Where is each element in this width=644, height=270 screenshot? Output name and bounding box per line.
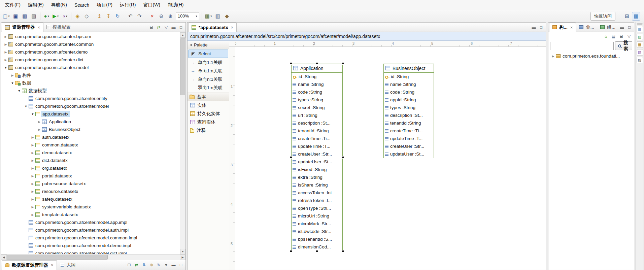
zoom-out-button[interactable]: ⊖ [157,12,166,21]
collapse-arrow-icon[interactable]: ▼ [10,81,15,85]
refresh-button[interactable]: ↻ [113,12,122,21]
menu-item-6[interactable]: 运行(R) [116,0,139,10]
scroll-left-button[interactable]: ◀ [1,255,7,260]
entity-attribute[interactable]: name :String [292,80,342,88]
tree-item[interactable]: ▶com.primeton.gocom.afcenter.demo [1,48,185,56]
tree-item[interactable]: ▶com.primeton.gocom.afcenter.bps.om [1,33,185,40]
tree-item[interactable]: ▶systemvariable.datasetx [1,203,185,211]
save-button[interactable]: ▣ [11,12,20,21]
close-icon[interactable]: × [38,25,40,30]
palette-tool[interactable]: →单向1:n关联 [188,67,229,75]
minimized-view-1-button[interactable]: ▥ [637,26,643,32]
minimize-button[interactable]: ▬ [530,24,537,31]
tree-item[interactable]: ▼com.primeton.gocom.afcenter.model [1,102,185,110]
collapse-all-button[interactable]: ⊟ [618,33,625,40]
menu-item-5[interactable]: 项目(P) [93,0,116,10]
entity-attribute[interactable]: description :St... [384,111,434,119]
tree-item[interactable]: ▶BusinessObject [1,126,185,133]
palette-collapse-icon[interactable]: ◀ [190,43,192,46]
minimized-view-3-button[interactable]: ▦ [637,41,643,48]
entity-attribute[interactable]: appId :String [384,96,434,104]
expand-arrow-icon[interactable]: ▶ [30,213,35,216]
collapse-arrow-icon[interactable]: ▼ [3,66,8,69]
tree-item[interactable]: ▶Application [1,118,185,126]
tree-item[interactable]: com.primeton.gocom.afcenter.model.dict.i… [1,249,185,254]
expand-arrow-icon[interactable]: ▶ [30,182,35,185]
entity-attribute[interactable]: isFixed :String [292,166,342,173]
modeling-perspective-button[interactable]: ▦ [632,12,640,21]
entity-attribute[interactable]: isLowcode :Str... [292,228,342,235]
entity-attribute[interactable]: code :String [384,88,434,96]
tree-item[interactable]: ▶org.datasetx [1,164,185,172]
minimize-button[interactable]: ▬ [170,24,177,31]
tree-item[interactable]: ▶safety.datasetx [1,195,185,203]
palette-tool[interactable]: →单向1:1关联 [188,58,229,67]
undo-button[interactable]: ↶ [126,12,135,21]
expand-arrow-icon[interactable]: ▶ [3,35,8,38]
save-all-button[interactable]: ▦ [21,12,29,21]
maximize-button[interactable]: □ [177,24,184,31]
selection-handle-nw[interactable] [290,62,292,65]
entity-attribute[interactable]: name :String [384,80,434,88]
new-connection-button[interactable]: ⊕ [148,262,155,269]
right-panel-tab-3[interactable]: 组... [597,23,618,32]
palette-tool[interactable]: →单向n:1关联 [188,75,229,83]
scroll-up-button[interactable]: ▲ [180,32,185,38]
tree-item[interactable]: ▶common.datasetx [1,141,185,149]
collapse-arrow-icon[interactable]: ▼ [30,112,35,116]
new-component-button[interactable]: ◈ [73,12,82,21]
tree-item[interactable]: ▶pubresource.datasetx [1,180,185,188]
collapse-all-button[interactable]: ⊟ [148,24,155,31]
tree-item[interactable]: ▶构件 [1,71,185,79]
tree-item[interactable]: ▶dict.datasetx [1,157,185,164]
menu-item-3[interactable]: 导航(N) [47,0,71,10]
minimized-view-4-button[interactable]: ▧ [637,49,643,56]
close-icon[interactable]: × [51,263,54,268]
menu-item-2[interactable]: 编辑(E) [24,0,47,10]
editor-tab-1[interactable]: *app.datasetx× [188,23,237,32]
horizontal-ruler[interactable]: 01234567 [235,41,546,47]
left-panel-tab-1[interactable]: 资源管理器× [2,23,43,32]
entity-attribute[interactable]: tenantId :String [292,127,342,135]
entity-attribute[interactable]: accessToken :Int [292,189,342,197]
right-panel-tab-1[interactable]: 构...× [549,23,576,32]
expand-arrow-icon[interactable]: ▶ [30,174,35,178]
expand-arrow-icon[interactable]: ▶ [37,120,42,124]
collapse-all-button[interactable]: ⊟ [126,262,133,269]
build-button[interactable]: ◆ [223,12,231,21]
tree-item[interactable]: ▶com.primeton.gocom.afcenter.dict [1,56,185,64]
expand-arrow-icon[interactable]: ▶ [3,43,8,46]
vertical-ruler[interactable]: 12345 [229,47,235,270]
expand-arrow-icon[interactable]: ▶ [10,74,15,77]
minimized-view-2-button[interactable]: ▤ [637,34,643,40]
entity-attribute[interactable]: microMark :Str... [292,220,342,228]
delete-button[interactable]: × [148,12,157,21]
view-menu-button[interactable]: ▽ [625,33,633,40]
entity-attribute[interactable]: description :St... [292,119,342,127]
expand-arrow-icon[interactable]: ▶ [30,198,35,201]
entity-attribute[interactable]: updateUser :St... [384,150,434,158]
tree-item[interactable]: ▶demo.datasetx [1,149,185,157]
tree-item[interactable]: ▼数据 [1,79,185,87]
entity-attribute[interactable]: updateTime :T... [384,135,434,142]
palette-tool[interactable]: 查询实体 [188,118,229,126]
palette-tool[interactable]: 实体 [188,101,229,109]
palette-tool[interactable]: 持久化实体 [188,109,229,118]
selection-handle-n[interactable] [316,62,318,65]
maximize-button[interactable]: □ [626,24,633,31]
import-button[interactable]: ↥ [95,12,104,21]
debug-button[interactable]: ●▾ [42,12,51,21]
tree-item[interactable]: ▼com.primeton.gocom.afcenter.model [1,64,185,71]
expand-arrow-icon[interactable]: ▶ [30,151,35,155]
export-button[interactable]: ↧ [104,12,113,21]
tree-item[interactable]: com.primeton.gocom.afcenter.model.app.im… [1,218,185,226]
entity-attribute[interactable]: id :String [384,73,434,80]
search-input[interactable] [550,42,614,50]
entity-attribute[interactable]: createTime :Ti... [384,127,434,135]
entity-attribute[interactable]: createUser :Str... [384,142,434,150]
tree-item[interactable]: ▶portal.datasetx [1,172,185,180]
entity-attribute[interactable]: dimensionCod... [292,243,342,251]
expand-arrow-icon[interactable]: ▶ [30,190,35,193]
tree-horizontal-scrollbar[interactable]: ◀ ▶ [1,254,185,260]
tree-item[interactable]: ▶com.primeton.eos.foundati... [548,52,634,60]
